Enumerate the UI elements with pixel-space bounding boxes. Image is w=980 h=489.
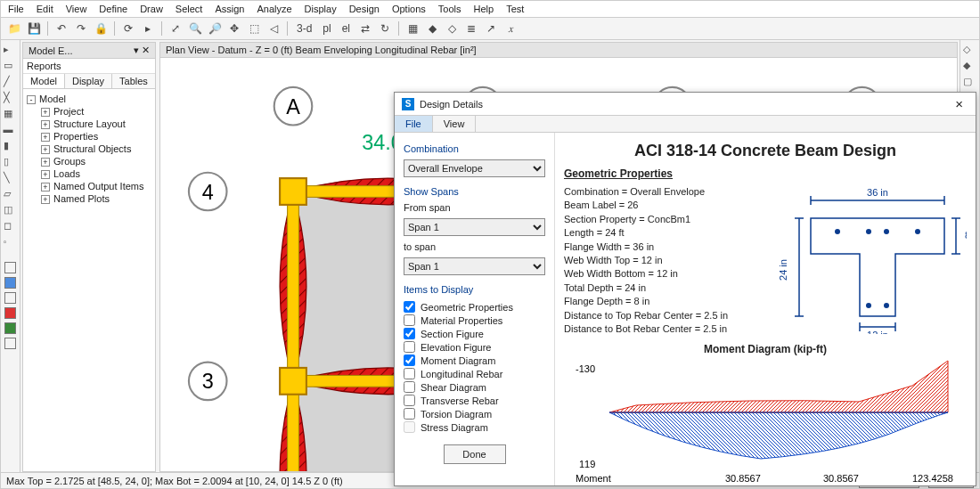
tree-node-named-output-items[interactable]: +Named Output Items <box>27 180 151 192</box>
expand-icon[interactable]: + <box>41 195 50 204</box>
zoom-window-icon[interactable]: ⬚ <box>246 20 262 37</box>
chk-geometric-properties[interactable]: Geometric Properties <box>404 300 545 314</box>
save-icon[interactable]: 💾 <box>26 20 42 37</box>
joint-icon[interactable]: ◦ <box>4 236 18 250</box>
menu-view[interactable]: View <box>66 4 87 14</box>
menu-select[interactable]: Select <box>176 4 203 14</box>
plan-icon[interactable]: pl <box>319 20 334 37</box>
close-icon[interactable]: × <box>950 96 968 111</box>
snap-icon[interactable]: ◆ <box>424 20 440 37</box>
brace-icon[interactable]: ╲ <box>4 172 18 186</box>
folder-icon[interactable]: 📁 <box>6 20 22 37</box>
redo-icon[interactable]: ↷ <box>73 20 89 37</box>
menu-design[interactable]: Design <box>349 4 380 14</box>
lock-icon[interactable]: 🔒 <box>93 20 109 37</box>
3d-view-icon[interactable]: 3-d <box>293 20 315 37</box>
snap3-icon[interactable]: ▢ <box>963 76 977 90</box>
color-white[interactable] <box>4 262 16 273</box>
cycle-icon[interactable]: ↻ <box>377 20 393 37</box>
toggle-icon[interactable]: ⇄ <box>357 20 373 37</box>
expand-icon[interactable]: + <box>41 170 50 179</box>
tree-node-named-plots[interactable]: +Named Plots <box>27 192 151 205</box>
snap1-icon[interactable]: ◇ <box>963 44 977 58</box>
from-span-select[interactable]: Span 1 <box>404 218 545 236</box>
color-none[interactable] <box>4 338 16 349</box>
tree-node-properties[interactable]: +Properties <box>27 130 151 143</box>
explorer-tab-tables[interactable]: Tables <box>112 74 156 88</box>
combination-select[interactable]: Overall Envelope <box>404 159 545 177</box>
expand-icon[interactable]: + <box>41 133 50 142</box>
svg-text:4: 4 <box>202 181 214 204</box>
select-icon[interactable]: ▭ <box>4 60 18 74</box>
menu-test[interactable]: Test <box>506 4 524 14</box>
expand-icon[interactable]: + <box>41 158 50 167</box>
zoom-prev-icon[interactable]: ◁ <box>265 20 282 37</box>
units-icon[interactable]: 𝑥 <box>502 20 519 37</box>
tree-node-loads[interactable]: +Loads <box>27 167 151 180</box>
explorer-tab-display[interactable]: Display <box>65 74 112 88</box>
line-icon[interactable]: ╱ <box>4 76 18 90</box>
beam-icon[interactable]: ▬ <box>4 124 18 138</box>
explorer-tab-model[interactable]: Model <box>23 74 65 88</box>
slab-icon[interactable]: ▱ <box>4 188 18 202</box>
elevation-icon[interactable]: el <box>339 20 354 37</box>
color-blue[interactable] <box>4 277 16 289</box>
tree-node-groups[interactable]: +Groups <box>27 155 151 167</box>
menu-edit[interactable]: Edit <box>37 4 53 14</box>
menu-help[interactable]: Help <box>474 4 494 14</box>
layer-icon[interactable]: ≣ <box>463 20 479 37</box>
expand-icon[interactable]: + <box>41 145 50 154</box>
zoom-in-icon[interactable]: 🔍 <box>187 20 203 37</box>
dialog-tab-view[interactable]: View <box>433 116 477 132</box>
break-icon[interactable]: ╳ <box>4 92 18 106</box>
chk-torsion-diagram[interactable]: Torsion Diagram <box>404 407 545 420</box>
panel-icon[interactable]: ◫ <box>4 204 18 218</box>
menu-draw[interactable]: Draw <box>140 4 163 14</box>
menu-analyze[interactable]: Analyze <box>257 4 291 14</box>
explorer-dropdown-icon[interactable]: ▾ ✕ <box>134 45 150 56</box>
opening-icon[interactable]: ◻ <box>4 220 18 234</box>
chk-section-figure[interactable]: Section Figure <box>404 327 545 340</box>
wall-icon[interactable]: ▯ <box>4 156 18 170</box>
dialog-titlebar[interactable]: S Design Details × <box>395 93 976 116</box>
chk-transverse-rebar[interactable]: Transverse Rebar <box>404 394 545 407</box>
refresh-icon[interactable]: ⟳ <box>120 20 136 37</box>
color-gray[interactable] <box>4 292 16 304</box>
tree-node-project[interactable]: +Project <box>27 105 151 118</box>
tree-root[interactable]: -Model <box>27 93 151 105</box>
tree-node-structure-layout[interactable]: +Structure Layout <box>27 118 151 130</box>
grid-icon[interactable]: ▦ <box>4 108 18 122</box>
zoom-out-icon[interactable]: 🔎 <box>207 20 223 37</box>
collapse-icon[interactable]: - <box>27 95 36 104</box>
menu-options[interactable]: Options <box>392 4 426 14</box>
cursor-icon[interactable]: ▸ <box>4 44 18 58</box>
menu-assign[interactable]: Assign <box>215 4 244 14</box>
chk-elevation-figure[interactable]: Elevation Figure <box>404 340 545 354</box>
menu-define[interactable]: Define <box>99 4 127 14</box>
zoom-extents-icon[interactable]: ⤢ <box>167 20 184 37</box>
grid-icon[interactable]: ▦ <box>404 20 421 37</box>
tree-node-structural-objects[interactable]: +Structural Objects <box>27 143 151 155</box>
expand-icon[interactable]: + <box>41 108 50 117</box>
chk-moment-diagram[interactable]: Moment Diagram <box>404 354 545 367</box>
menu-file[interactable]: File <box>8 4 24 14</box>
color-green[interactable] <box>4 322 16 334</box>
chk-shear-diagram[interactable]: Shear Diagram <box>404 380 545 394</box>
arrow-icon[interactable]: ↗ <box>483 20 499 37</box>
to-span-select[interactable]: Span 1 <box>404 257 545 275</box>
snap-mid-icon[interactable]: ◇ <box>444 20 460 37</box>
dialog-tab-file[interactable]: File <box>395 116 433 132</box>
expand-icon[interactable]: + <box>41 183 50 192</box>
menu-tools[interactable]: Tools <box>438 4 461 14</box>
pan-icon[interactable]: ✥ <box>226 20 242 37</box>
chk-longitudinal-rebar[interactable]: Longitudinal Rebar <box>404 367 545 380</box>
undo-icon[interactable]: ↶ <box>53 20 69 37</box>
snap2-icon[interactable]: ◆ <box>963 60 977 74</box>
color-red[interactable] <box>4 307 16 319</box>
pointer-icon[interactable]: ▸ <box>140 20 156 37</box>
col-icon[interactable]: ▮ <box>4 140 18 154</box>
expand-icon[interactable]: + <box>41 120 50 129</box>
chk-material-properties[interactable]: Material Properties <box>404 314 545 327</box>
done-button[interactable]: Done <box>444 444 506 464</box>
menu-display[interactable]: Display <box>305 4 337 14</box>
